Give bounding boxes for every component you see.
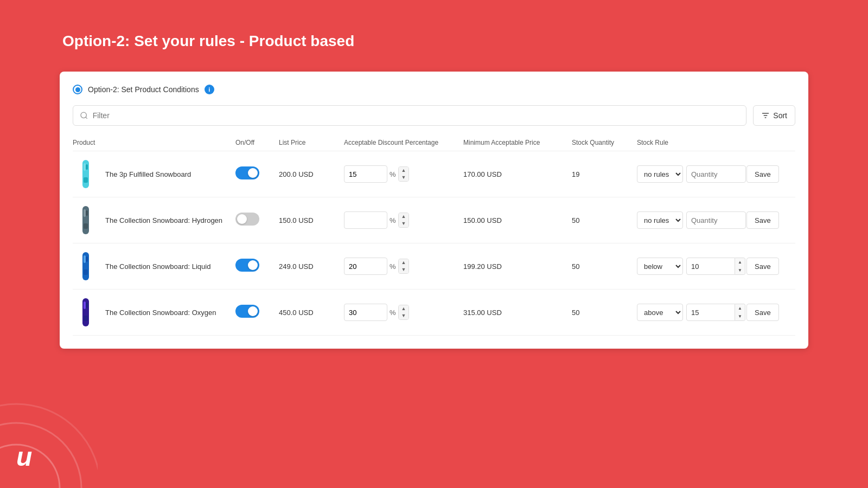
- save-button-4[interactable]: Save: [746, 304, 779, 321]
- qty-up-4[interactable]: ▲: [735, 304, 745, 312]
- info-icon[interactable]: i: [205, 85, 214, 94]
- save-button-1[interactable]: Save: [746, 165, 779, 183]
- toggle-cell-4[interactable]: [235, 305, 279, 320]
- discount-cell-4: % ▲ ▼: [344, 304, 463, 321]
- toggle-2[interactable]: [235, 213, 259, 226]
- qty-spin-4[interactable]: ▲ ▼: [735, 304, 745, 321]
- save-button-2[interactable]: Save: [746, 211, 779, 229]
- product-cell-3: The Collection Snowboard: Liquid: [73, 250, 235, 282]
- col-header-min-price: Minimum Acceptable Price: [463, 139, 572, 146]
- table-row: The Collection Snowboard: Hydrogen 150.0…: [73, 197, 795, 243]
- list-price-3: 249.0 USD: [279, 262, 344, 271]
- card-header: Option-2: Set Product Conditions i: [73, 85, 795, 94]
- svg-rect-11: [86, 210, 88, 216]
- product-name-4: The Collection Snowboard: Oxygen: [105, 309, 216, 317]
- discount-cell-2: % ▲ ▼: [344, 211, 463, 229]
- discount-down-1[interactable]: ▼: [399, 174, 409, 181]
- discount-cell-1: % ▲ ▼: [344, 165, 463, 183]
- col-header-product: Product: [73, 139, 235, 146]
- svg-rect-18: [84, 301, 86, 309]
- discount-up-1[interactable]: ▲: [399, 167, 409, 174]
- filter-input[interactable]: [93, 111, 740, 120]
- qty-down-4[interactable]: ▼: [735, 312, 745, 320]
- page-title: Option-2: Set your rules - Product based: [0, 0, 868, 50]
- discount-down-2[interactable]: ▼: [399, 220, 409, 227]
- svg-point-22: [0, 423, 81, 488]
- svg-rect-17: [82, 298, 89, 326]
- discount-down-3[interactable]: ▼: [399, 266, 409, 273]
- qty-input-2[interactable]: [686, 211, 746, 229]
- svg-rect-20: [84, 316, 88, 321]
- svg-line-1: [86, 117, 87, 119]
- discount-input-3[interactable]: [344, 258, 387, 275]
- col-header-stock-rule: Stock Rule: [637, 139, 746, 146]
- toggle-4[interactable]: [235, 305, 259, 318]
- toggle-1[interactable]: [235, 166, 259, 179]
- save-cell-4: Save: [746, 304, 795, 321]
- min-price-3: 199.20 USD: [463, 262, 572, 271]
- list-price-4: 450.0 USD: [279, 309, 344, 317]
- stock-rule-cell-1: no rulesbelowabove: [637, 165, 746, 183]
- svg-point-0: [81, 112, 86, 118]
- stock-qty-3: 50: [572, 262, 637, 271]
- discount-up-4[interactable]: ▲: [399, 305, 409, 312]
- svg-rect-10: [84, 209, 86, 217]
- toggle-cell-1[interactable]: [235, 166, 279, 182]
- qty-spin-wrap-4: ▲ ▼: [686, 304, 745, 321]
- min-price-1: 170.00 USD: [463, 170, 572, 178]
- svg-rect-6: [84, 163, 86, 171]
- discount-input-4[interactable]: [344, 304, 387, 321]
- list-price-2: 150.0 USD: [279, 216, 344, 224]
- filter-input-wrap[interactable]: [73, 105, 746, 126]
- radio-option2[interactable]: [73, 85, 82, 94]
- save-button-3[interactable]: Save: [746, 258, 779, 275]
- stock-rule-cell-3: no rulesbelowabove ▲ ▼: [637, 258, 746, 275]
- svg-rect-7: [86, 164, 88, 170]
- discount-down-4[interactable]: ▼: [399, 312, 409, 319]
- main-card: Option-2: Set Product Conditions i Sort …: [60, 72, 808, 349]
- search-icon: [80, 111, 88, 120]
- discount-spin-4[interactable]: ▲ ▼: [398, 305, 410, 320]
- product-name-2: The Collection Snowboard: Hydrogen: [105, 216, 222, 224]
- save-cell-3: Save: [746, 258, 795, 275]
- stock-rule-select-1[interactable]: no rulesbelowabove: [637, 165, 683, 183]
- col-header-actions: [746, 139, 795, 146]
- discount-spin-2[interactable]: ▲ ▼: [398, 213, 410, 228]
- discount-up-2[interactable]: ▲: [399, 213, 409, 220]
- qty-down-3[interactable]: ▼: [735, 266, 745, 274]
- discount-input-1[interactable]: [344, 165, 387, 183]
- col-header-discount: Acceptable Discount Percentage: [344, 139, 463, 146]
- svg-rect-14: [84, 255, 86, 263]
- toggle-3[interactable]: [235, 259, 259, 272]
- discount-input-2[interactable]: [344, 211, 387, 229]
- pct-label-4: %: [390, 309, 396, 317]
- stock-rule-select-4[interactable]: no rulesbelowabove: [637, 304, 683, 321]
- product-name-1: The 3p Fulfilled Snowboard: [105, 170, 191, 178]
- toggle-cell-2[interactable]: [235, 213, 279, 228]
- sort-button[interactable]: Sort: [753, 105, 795, 126]
- stock-rule-select-2[interactable]: no rulesbelowabove: [637, 211, 683, 229]
- svg-rect-19: [86, 303, 88, 308]
- product-image-4: [73, 296, 99, 329]
- qty-spin-3[interactable]: ▲ ▼: [735, 258, 745, 275]
- qty-input-3[interactable]: [686, 258, 735, 275]
- svg-rect-16: [84, 269, 88, 275]
- discount-spin-3[interactable]: ▲ ▼: [398, 259, 410, 274]
- toggle-cell-3[interactable]: [235, 259, 279, 274]
- table-header: Product On/Off List Price Acceptable Dis…: [73, 134, 795, 151]
- product-cell-4: The Collection Snowboard: Oxygen: [73, 296, 235, 329]
- qty-up-3[interactable]: ▲: [735, 258, 745, 266]
- table-row: The Collection Snowboard: Liquid 249.0 U…: [73, 243, 795, 290]
- qty-input-1[interactable]: [686, 165, 746, 183]
- discount-up-3[interactable]: ▲: [399, 259, 409, 266]
- min-price-4: 315.00 USD: [463, 309, 572, 317]
- list-price-1: 200.0 USD: [279, 170, 344, 178]
- table-body: The 3p Fulfilled Snowboard 200.0 USD % ▲…: [73, 151, 795, 336]
- deco-circles: [0, 380, 98, 488]
- qty-spin-wrap-3: ▲ ▼: [686, 258, 745, 275]
- discount-spin-1[interactable]: ▲ ▼: [398, 166, 410, 182]
- qty-input-4[interactable]: [686, 304, 735, 321]
- pct-label-2: %: [390, 216, 396, 224]
- stock-rule-select-3[interactable]: no rulesbelowabove: [637, 258, 683, 275]
- product-image-1: [73, 158, 99, 190]
